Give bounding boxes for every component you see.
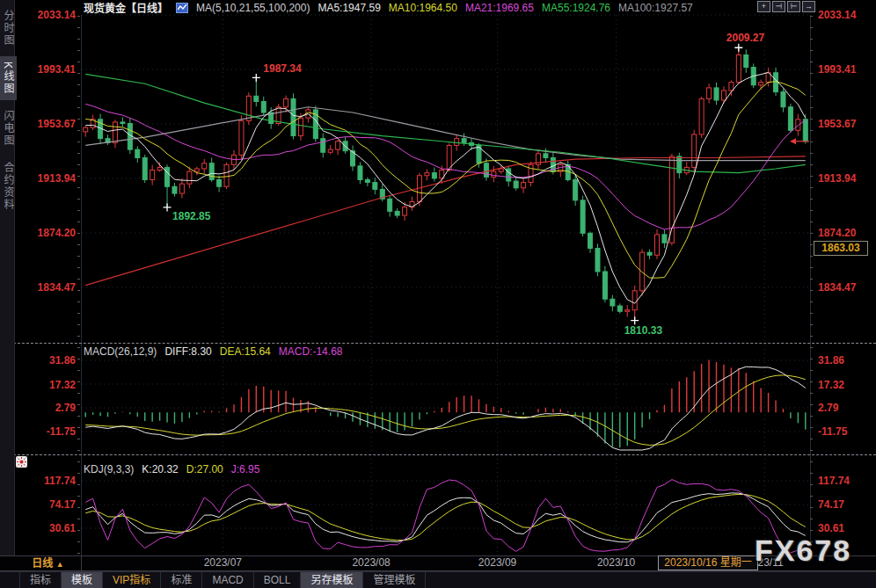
macd-value: MACD:-14.68: [279, 345, 343, 358]
tab-template[interactable]: 模板: [62, 572, 103, 588]
macd-axis-label: 2.79: [818, 402, 838, 414]
sidebar-item-kline-chart[interactable]: K线图: [0, 56, 17, 100]
period-label: 日线: [32, 557, 53, 570]
tab-manage-template[interactable]: 管理模板: [363, 572, 426, 588]
indicator-settings-icon[interactable]: [16, 456, 27, 468]
price-label: 1993.41: [25, 63, 76, 76]
sidebar-item-time-chart[interactable]: 分时图: [0, 4, 17, 52]
app-window: 分时图 K线图 闪电图 合约资料 现货黄金【日线】 MA(5,10,21,55,…: [0, 0, 876, 588]
kdj-panel-divider[interactable]: [0, 454, 876, 455]
kdj-axis-label: 117.74: [25, 475, 76, 487]
period-up-arrow-icon: ▲: [56, 560, 64, 569]
tab-standard[interactable]: 标准: [161, 572, 202, 588]
kdj-header: KDJ(9,3,3) K:20.32 D:27.00 J:6.95: [84, 462, 259, 475]
macd-axis-label: 31.86: [818, 354, 844, 367]
exit-right-icon[interactable]: →: [802, 1, 815, 12]
price-label: 2033.14: [818, 9, 856, 21]
kdj-axis-label: 117.74: [818, 475, 850, 487]
macd-title: MACD(26,12,9): [84, 345, 157, 358]
ma100-value: MA100:1927.57: [618, 2, 693, 14]
plot-left-border: [81, 15, 82, 555]
tab-boll[interactable]: BOLL: [254, 572, 302, 588]
chart-annotation-high: 2009.27: [726, 32, 764, 44]
right-axis-ticks: [810, 16, 813, 555]
chart-header: 现货黄金【日线】 MA(5,10,21,55,100,200) MA5:1947…: [84, 1, 693, 14]
ma10-value: MA10:1964.50: [389, 2, 457, 14]
left-sidebar: 分时图 K线图 闪电图 合约资料: [0, 0, 15, 571]
ma21-value: MA21:1969.65: [465, 2, 534, 14]
axis-month-label: 2023/09: [471, 556, 524, 569]
macd-diff-value: DIFF:8.30: [164, 345, 211, 358]
kdj-d-value: D:27.00: [186, 463, 223, 475]
ma-chart-icon: [176, 3, 188, 13]
kdj-k-value: K:20.32: [142, 463, 178, 475]
current-price-badge: 1863.03: [814, 241, 868, 256]
sidebar-item-lightning-chart[interactable]: 闪电图: [0, 105, 17, 152]
axis-zoom-out-icon[interactable]: ⊢: [787, 1, 800, 12]
main-chart-canvas[interactable]: [0, 0, 876, 588]
macd-axis-label: -11.75: [25, 425, 76, 438]
ma5-value: MA5:1947.59: [318, 2, 380, 14]
axis-month-label: 2023/08: [345, 556, 398, 569]
kdj-axis-label: 30.61: [25, 522, 76, 534]
macd-axis-label: 17.32: [818, 379, 844, 391]
price-label: 2033.14: [25, 9, 76, 21]
macd-axis-label: 2.79: [25, 402, 76, 414]
macd-header: MACD(26,12,9) DIFF:8.30 DEA:15.64 MACD:-…: [84, 345, 342, 358]
fx678-watermark: FX678: [755, 534, 851, 568]
kdj-title: KDJ(9,3,3): [84, 463, 134, 475]
kdj-j-value: J:6.95: [231, 463, 260, 475]
tab-save-template[interactable]: 另存模板: [301, 572, 363, 588]
sidebar-item-contract-info[interactable]: 合约资料: [0, 156, 17, 216]
ma-settings-label: MA(5,10,21,55,100,200): [196, 2, 310, 14]
symbol-title: 现货黄金【日线】: [84, 0, 168, 15]
tab-vip-indicators[interactable]: VIP指标: [103, 572, 161, 588]
period-selector[interactable]: 日线 ▲: [15, 556, 82, 570]
macd-axis-label: -11.75: [818, 425, 847, 438]
price-label: 1834.47: [818, 281, 856, 294]
kdj-axis-label: 74.17: [818, 498, 844, 511]
chart-annotation-high: 1987.34: [263, 62, 301, 75]
chart-toolbar: + ⊣ ⊢ →: [757, 1, 815, 12]
price-label: 1874.20: [818, 227, 856, 239]
price-label: 1953.67: [818, 118, 856, 130]
axis-month-label: 2023/07: [196, 556, 249, 569]
kdj-axis-label: 30.61: [818, 522, 844, 534]
macd-panel-divider[interactable]: [0, 343, 876, 344]
price-label: 1913.94: [25, 172, 76, 185]
axis-zoom-in-icon[interactable]: ⊣: [772, 1, 785, 12]
highlighted-date: 2023/10/16 星期一: [658, 555, 758, 570]
price-label: 1834.47: [25, 281, 76, 294]
tab-macd[interactable]: MACD: [202, 572, 253, 588]
chart-annotation-low: 1892.85: [172, 210, 210, 222]
tab-indicators[interactable]: 指标: [19, 572, 62, 588]
ma55-value: MA55:1924.76: [542, 2, 610, 14]
price-label: 1874.20: [25, 227, 76, 239]
price-label: 1993.41: [818, 63, 856, 76]
chart-annotation-low: 1810.33: [624, 324, 662, 337]
macd-axis-label: 17.32: [25, 379, 76, 391]
macd-dea-value: DEA:15.64: [220, 345, 271, 358]
price-label: 1953.67: [25, 118, 76, 130]
left-axis-ticks: [77, 16, 80, 555]
pan-crosshair-icon[interactable]: +: [757, 1, 770, 12]
axis-month-label: 2023/10: [590, 556, 643, 569]
kdj-axis-label: 74.17: [25, 498, 76, 511]
macd-axis-label: 31.86: [25, 354, 76, 367]
indicator-tab-bar: 指标 模板 VIP指标 标准 MACD BOLL 另存模板 管理模板: [0, 571, 876, 588]
price-label: 1913.94: [818, 172, 856, 185]
